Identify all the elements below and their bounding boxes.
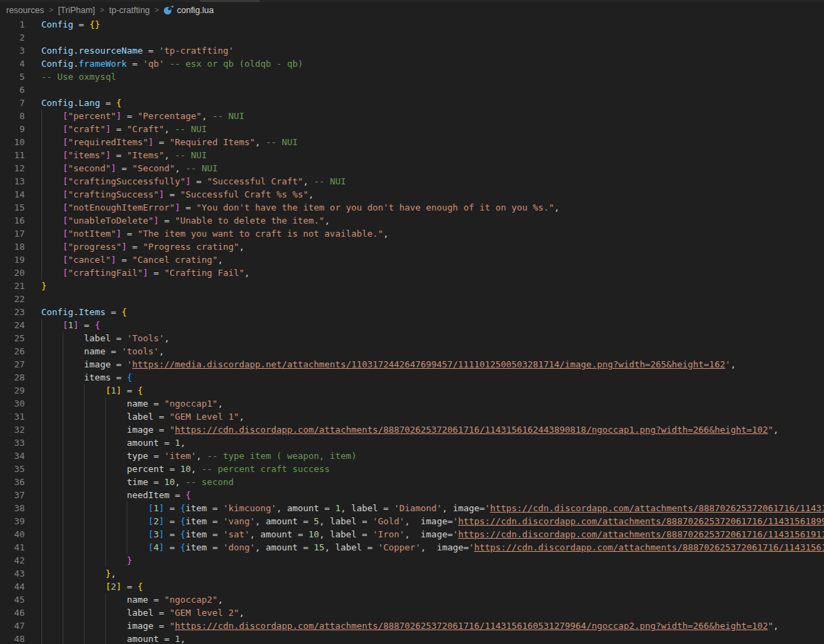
code-line[interactable]: 25 label = 'Tools', bbox=[0, 332, 824, 345]
code-line[interactable]: 46 label = "GEM level 2", bbox=[0, 606, 824, 619]
code-line[interactable]: 3Config.resourceName = 'tp-cratfting' bbox=[0, 44, 824, 57]
code-line[interactable]: 10 ["requiredItems"] = "Required Items",… bbox=[0, 136, 824, 149]
code-line[interactable]: 36 time = 10, -- second bbox=[0, 475, 824, 489]
code-line[interactable]: 22 bbox=[0, 292, 824, 305]
breadcrumb-item-file[interactable]: config.lua bbox=[177, 6, 214, 15]
code-line[interactable]: 5-- Use oxmysql bbox=[0, 70, 824, 83]
line-number: 30 bbox=[0, 397, 25, 410]
code-line[interactable]: 4Config.frameWork = 'qb' -- esx or qb (o… bbox=[0, 57, 824, 70]
breadcrumb: resources > [TriPham] > tp-cratfting > c… bbox=[0, 2, 824, 18]
code-text: [1] = { bbox=[0, 319, 824, 332]
code-line[interactable]: 30 name = "ngoccap1", bbox=[0, 397, 824, 410]
code-line[interactable]: 16 ["unableToDelete"] = "Unable to delet… bbox=[0, 214, 824, 227]
breadcrumb-separator: > bbox=[100, 6, 104, 14]
code-line[interactable]: 12 ["second"] = "Second", -- NUI bbox=[0, 162, 824, 175]
code-text: ["craftingFail"] = "Crafting Fail", bbox=[0, 266, 824, 279]
code-line[interactable]: 11 ["items"] = "Items", -- NUI bbox=[0, 149, 824, 162]
code-line[interactable]: 37 needItem = { bbox=[0, 489, 824, 502]
indent-guide bbox=[84, 528, 85, 541]
code-line[interactable]: 19 ["cancel"] = "Cancel crating", bbox=[0, 253, 824, 266]
code-text: ["second"] = "Second", -- NUI bbox=[0, 162, 824, 175]
code-text: ["notEnoughItemError"] = "You don't have… bbox=[0, 201, 824, 214]
line-number: 22 bbox=[0, 292, 25, 305]
breadcrumb-item-resources[interactable]: resources bbox=[6, 6, 44, 15]
code-line[interactable]: 40 [3] = {item = 'sat', amount = 10, lab… bbox=[0, 528, 824, 541]
indent-guide bbox=[41, 410, 42, 423]
code-line[interactable]: 26 name = 'tools', bbox=[0, 345, 824, 358]
code-line[interactable]: 27 image = 'https://media.discordapp.net… bbox=[0, 358, 824, 371]
indent-guide bbox=[41, 436, 42, 449]
code-text: label = 'Tools', bbox=[0, 332, 824, 345]
code-line[interactable]: 21} bbox=[0, 279, 824, 292]
code-line[interactable]: 47 image = "https://cdn.discordapp.com/a… bbox=[0, 619, 824, 632]
code-line[interactable]: 34 type = 'item', -- type item ( weapon,… bbox=[0, 449, 824, 462]
code-line[interactable]: 44 [2] = { bbox=[0, 580, 824, 593]
indent-guide bbox=[84, 632, 85, 644]
indent-guide bbox=[41, 201, 42, 214]
line-number: 40 bbox=[0, 528, 25, 541]
indent-guide bbox=[63, 358, 63, 371]
code-line[interactable]: 18 ["progress"] = "Progress crating", bbox=[0, 240, 824, 253]
line-number: 17 bbox=[0, 227, 25, 240]
code-line[interactable]: 28 items = { bbox=[0, 371, 824, 384]
indent-guide bbox=[41, 554, 42, 567]
line-number: 31 bbox=[0, 410, 25, 423]
code-text: items = { bbox=[0, 371, 824, 384]
indent-guide bbox=[41, 175, 42, 188]
code-line[interactable]: 31 label = "GEM Level 1", bbox=[0, 410, 824, 423]
breadcrumb-item-tp-cratfting[interactable]: tp-cratfting bbox=[109, 6, 149, 15]
indent-guide bbox=[41, 319, 42, 332]
line-number: 14 bbox=[0, 188, 25, 201]
line-number: 28 bbox=[0, 371, 25, 384]
indent-guide bbox=[41, 371, 42, 384]
code-line[interactable]: 45 name = "ngoccap2", bbox=[0, 593, 824, 606]
code-text: ["craftingSuccessfully"] = "Successful C… bbox=[0, 175, 824, 188]
indent-guide bbox=[84, 475, 85, 489]
code-text: [3] = {item = 'sat', amount = 10, label … bbox=[0, 528, 824, 541]
indent-guide bbox=[41, 332, 42, 345]
code-line[interactable]: 15 ["notEnoughItemError"] = "You don't h… bbox=[0, 201, 824, 214]
indent-guide bbox=[41, 515, 42, 528]
line-number: 29 bbox=[0, 384, 25, 397]
code-line[interactable]: 41 [4] = {item = 'dong', amount = 15, la… bbox=[0, 541, 824, 554]
code-text: needItem = { bbox=[0, 489, 824, 502]
code-text: image = 'https://media.discordapp.net/at… bbox=[0, 358, 824, 371]
code-line[interactable]: 6 bbox=[0, 83, 824, 96]
line-number: 18 bbox=[0, 240, 25, 253]
code-line[interactable]: 29 [1] = { bbox=[0, 384, 824, 397]
code-line[interactable]: 33 amount = 1, bbox=[0, 436, 824, 449]
line-number: 27 bbox=[0, 358, 25, 371]
code-line[interactable]: 48 amount = 1, bbox=[0, 632, 824, 644]
line-number: 38 bbox=[0, 502, 25, 515]
code-line[interactable]: 7Config.Lang = { bbox=[0, 96, 824, 109]
code-line[interactable]: 17 ["notItem"] = "The item you want to c… bbox=[0, 227, 824, 240]
code-line[interactable]: 43 }, bbox=[0, 567, 824, 580]
indent-guide bbox=[84, 541, 85, 554]
code-line[interactable]: 8 ["percent"] = "Percentage", -- NUI bbox=[0, 109, 824, 122]
code-line[interactable]: 1Config = {} bbox=[0, 18, 824, 31]
code-line[interactable]: 13 ["craftingSuccessfully"] = "Successfu… bbox=[0, 175, 824, 188]
indent-guide bbox=[84, 502, 85, 515]
code-area[interactable]: 1Config = {}23Config.resourceName = 'tp-… bbox=[0, 18, 824, 644]
line-number: 43 bbox=[0, 567, 25, 580]
code-line[interactable]: 39 [2] = {item = 'vang', amount = 5, lab… bbox=[0, 515, 824, 528]
tab-bar-edge bbox=[0, 0, 824, 2]
code-text: name = 'tools', bbox=[0, 345, 824, 358]
indent-guide bbox=[63, 541, 63, 554]
breadcrumb-item-tripham[interactable]: [TriPham] bbox=[58, 6, 95, 15]
code-line[interactable]: 20 ["craftingFail"] = "Crafting Fail", bbox=[0, 266, 824, 279]
indent-guide bbox=[105, 449, 106, 462]
code-line[interactable]: 35 percent = 10, -- percent craft succes… bbox=[0, 462, 824, 475]
code-line[interactable]: 42 } bbox=[0, 554, 824, 567]
code-line[interactable]: 32 image = "https://cdn.discordapp.com/a… bbox=[0, 423, 824, 436]
indent-guide bbox=[84, 397, 85, 410]
indent-guide bbox=[41, 606, 42, 619]
code-line[interactable]: 23Config.Items = { bbox=[0, 305, 824, 319]
code-line[interactable]: 9 ["craft"] = "Craft", -- NUI bbox=[0, 122, 824, 136]
line-number: 1 bbox=[0, 18, 25, 31]
code-line[interactable]: 24 [1] = { bbox=[0, 319, 824, 332]
code-line[interactable]: 38 [1] = {item = 'kimcuong', amount = 1,… bbox=[0, 502, 824, 515]
code-line[interactable]: 14 ["craftingSuccess"] = "Successful Cra… bbox=[0, 188, 824, 201]
code-text: label = "GEM Level 1", bbox=[0, 410, 824, 423]
code-line[interactable]: 2 bbox=[0, 31, 824, 44]
